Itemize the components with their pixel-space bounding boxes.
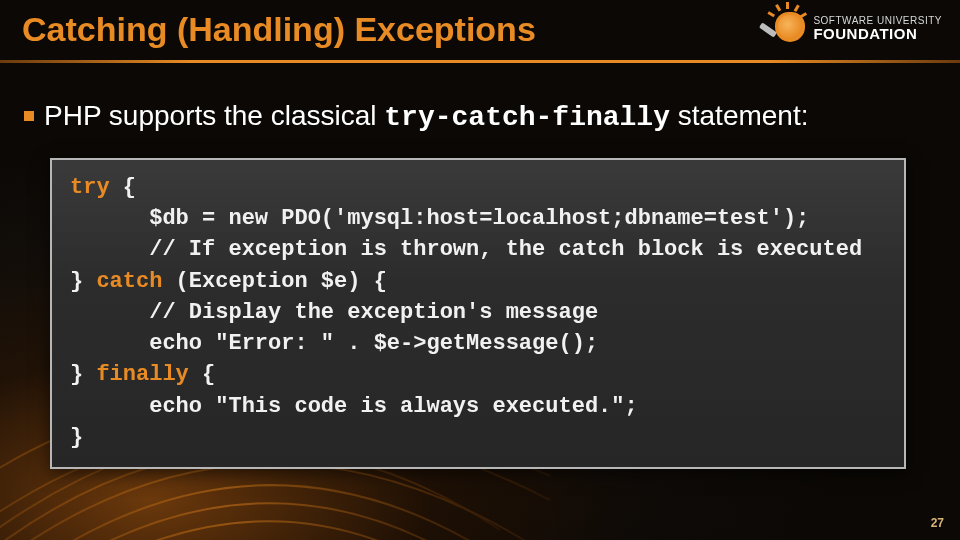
code-content: try { $db = new PDO('mysql:host=localhos… — [70, 172, 886, 453]
slide-title: Catching (Handling) Exceptions — [22, 10, 536, 49]
code-block: try { $db = new PDO('mysql:host=localhos… — [50, 158, 906, 469]
bullet-prefix: PHP supports the classical — [44, 100, 384, 131]
bullet-code: try-catch-finally — [384, 102, 670, 133]
title-underline — [0, 60, 960, 63]
bullet-line: PHP supports the classical try-catch-fin… — [24, 100, 936, 133]
bullet-square-icon — [24, 111, 34, 121]
logo-line1: SOFTWARE UNIVERSITY — [813, 16, 942, 26]
brand-logo: SOFTWARE UNIVERSITY FOUNDATION — [765, 6, 942, 50]
lightbulb-icon — [765, 6, 805, 50]
kw-finally: finally — [96, 362, 188, 387]
page-number: 27 — [931, 516, 944, 530]
slide: Catching (Handling) Exceptions SOFTWARE … — [0, 0, 960, 540]
bullet-suffix: statement: — [670, 100, 809, 131]
kw-try: try — [70, 175, 110, 200]
kw-catch: catch — [96, 269, 162, 294]
logo-line2: FOUNDATION — [813, 26, 942, 41]
